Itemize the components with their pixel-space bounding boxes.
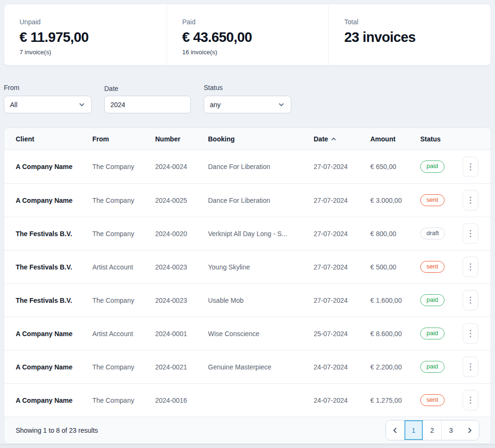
status-select[interactable]: any bbox=[204, 96, 291, 113]
row-menu-button[interactable] bbox=[463, 357, 478, 377]
cell-from: The Company bbox=[92, 297, 155, 304]
cell-date: 27-07-2024 bbox=[314, 230, 370, 238]
page-button-1[interactable]: 1 bbox=[405, 420, 423, 440]
cell-from: The Company bbox=[92, 197, 155, 204]
cell-date: 25-07-2024 bbox=[314, 330, 370, 338]
cell-booking: Genuine Masterpiece bbox=[208, 363, 314, 371]
summary-card-unpaid: Unpaid € 11.975,00 7 invoice(s) bbox=[4, 4, 167, 65]
chevron-down-icon bbox=[277, 101, 285, 109]
table-row[interactable]: A Company Name Artist Account 2024-0001 … bbox=[4, 317, 491, 350]
status-badge: paid bbox=[420, 361, 445, 373]
status-badge: sent bbox=[420, 394, 445, 407]
column-header-number[interactable]: Number bbox=[155, 135, 208, 143]
cell-client: The Festivals B.V. bbox=[16, 297, 92, 304]
from-select-value: All bbox=[10, 101, 18, 109]
row-menu-button[interactable] bbox=[463, 290, 478, 310]
filter-from: From All bbox=[4, 84, 92, 113]
table-row[interactable]: A Company Name The Company 2024-0024 Dan… bbox=[4, 150, 491, 183]
cell-client: The Festivals B.V. bbox=[16, 230, 92, 238]
cell-number: 2024-0025 bbox=[155, 197, 208, 204]
cell-client: The Festivals B.V. bbox=[16, 263, 92, 271]
row-menu-button[interactable] bbox=[463, 190, 478, 210]
cell-actions bbox=[460, 290, 478, 310]
kebab-icon bbox=[470, 397, 471, 398]
table-footer: Showing 1 to 8 of 23 results 123 bbox=[4, 417, 491, 443]
cell-booking: Usable Mob bbox=[208, 297, 314, 304]
table-header: Client From Number Booking Date Amount S… bbox=[4, 128, 491, 150]
table-row[interactable]: The Festivals B.V. Artist Account 2024-0… bbox=[4, 250, 491, 283]
table-row[interactable]: A Company Name The Company 2024-0025 Dan… bbox=[4, 183, 491, 217]
cell-amount: € 2.200,00 bbox=[370, 363, 420, 371]
cell-date: 24-07-2024 bbox=[314, 363, 370, 371]
cell-number: 2024-0024 bbox=[155, 163, 208, 170]
kebab-icon bbox=[470, 197, 471, 198]
cell-from: The Company bbox=[92, 363, 155, 371]
cell-status: draft bbox=[420, 228, 460, 240]
table-row[interactable]: A Company Name The Company 2024-0016 24-… bbox=[4, 383, 491, 417]
cell-number: 2024-0023 bbox=[155, 297, 208, 304]
column-header-client[interactable]: Client bbox=[16, 135, 92, 143]
cell-actions bbox=[460, 223, 478, 244]
from-select[interactable]: All bbox=[4, 96, 92, 113]
table-body: A Company Name The Company 2024-0024 Dan… bbox=[4, 150, 491, 417]
cell-amount: € 3.000,00 bbox=[370, 197, 420, 204]
column-header-status[interactable]: Status bbox=[420, 135, 460, 143]
card-value: € 11.975,00 bbox=[20, 29, 151, 46]
previous-page-button[interactable] bbox=[386, 420, 405, 440]
cell-date: 27-07-2024 bbox=[314, 163, 370, 170]
filter-bar: From All Date Status any bbox=[4, 84, 491, 113]
row-menu-button[interactable] bbox=[463, 257, 478, 277]
page-button-3[interactable]: 3 bbox=[442, 420, 460, 440]
column-header-from[interactable]: From bbox=[92, 135, 155, 143]
card-label: Paid bbox=[182, 18, 314, 26]
cell-status: paid bbox=[420, 361, 460, 373]
cell-booking: Dance For Liberation bbox=[208, 197, 314, 204]
table-row[interactable]: The Festivals B.V. The Company 2024-0020… bbox=[4, 217, 491, 250]
cell-status: paid bbox=[420, 160, 460, 173]
cell-status: paid bbox=[420, 294, 460, 307]
row-menu-button[interactable] bbox=[463, 323, 478, 344]
column-header-booking[interactable]: Booking bbox=[208, 135, 314, 143]
status-select-value: any bbox=[210, 101, 221, 109]
cell-booking: Dance For Liberation bbox=[208, 163, 314, 170]
cell-number: 2024-0016 bbox=[155, 397, 208, 404]
page-button-2[interactable]: 2 bbox=[423, 420, 442, 440]
card-value: 23 invoices bbox=[344, 29, 475, 46]
chevron-right-icon bbox=[466, 427, 473, 434]
row-menu-button[interactable] bbox=[463, 390, 478, 410]
cell-status: sent bbox=[420, 394, 460, 407]
table-row[interactable]: A Company Name The Company 2024-0021 Gen… bbox=[4, 350, 491, 383]
cell-actions bbox=[460, 257, 478, 277]
filter-status: Status any bbox=[204, 84, 291, 113]
cell-client: A Company Name bbox=[16, 397, 92, 404]
cell-amount: € 800,00 bbox=[370, 230, 420, 238]
cell-date: 27-07-2024 bbox=[314, 263, 370, 271]
column-header-date[interactable]: Date bbox=[314, 135, 370, 143]
row-menu-button[interactable] bbox=[463, 157, 478, 177]
next-page-button[interactable] bbox=[460, 420, 479, 440]
cell-from: Artist Account bbox=[92, 263, 155, 271]
cell-client: A Company Name bbox=[16, 363, 92, 371]
date-filter-label: Date bbox=[104, 85, 191, 92]
cell-actions bbox=[460, 323, 478, 344]
table-row[interactable]: The Festivals B.V. The Company 2024-0023… bbox=[4, 283, 491, 317]
chevron-down-icon bbox=[78, 101, 86, 109]
status-badge: paid bbox=[420, 328, 445, 340]
cell-number: 2024-0001 bbox=[155, 330, 208, 338]
card-label: Unpaid bbox=[20, 18, 151, 26]
cell-amount: € 1.275,00 bbox=[370, 397, 420, 404]
invoices-table: Client From Number Booking Date Amount S… bbox=[4, 128, 491, 444]
status-badge: paid bbox=[420, 160, 445, 173]
status-badge: paid bbox=[420, 294, 445, 307]
cell-actions bbox=[460, 357, 478, 377]
cell-booking: Verknipt All Day Long - S... bbox=[208, 230, 314, 238]
results-summary: Showing 1 to 8 of 23 results bbox=[16, 427, 98, 434]
column-header-amount[interactable]: Amount bbox=[370, 135, 420, 143]
card-subtext: 7 invoice(s) bbox=[20, 49, 151, 56]
kebab-icon bbox=[470, 230, 471, 231]
date-input[interactable] bbox=[104, 96, 191, 113]
chevron-left-icon bbox=[392, 427, 398, 434]
cell-from: The Company bbox=[92, 230, 155, 238]
row-menu-button[interactable] bbox=[463, 223, 478, 244]
cell-amount: € 650,00 bbox=[370, 163, 420, 170]
